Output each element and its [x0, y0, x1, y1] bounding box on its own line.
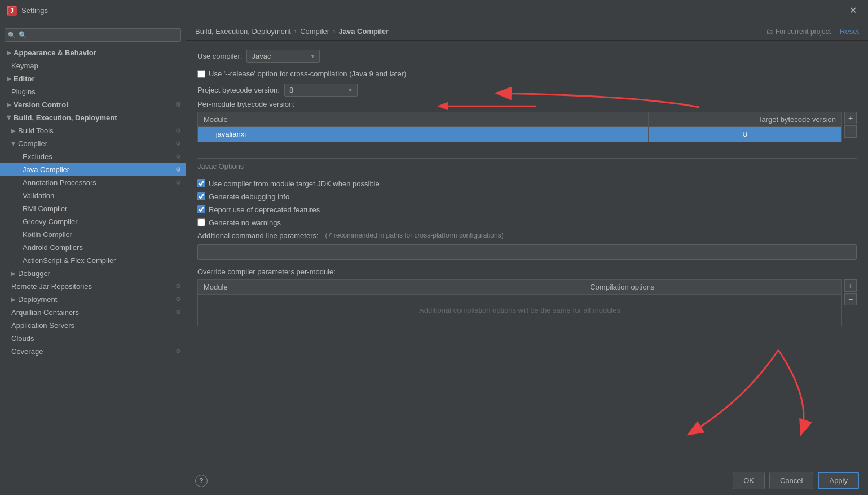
project-icon: 🗂: [766, 28, 773, 36]
sidebar-item-label: Groovy Compiler: [23, 217, 78, 226]
sidebar-item-kotlin[interactable]: Kotlin Compiler: [0, 228, 186, 241]
bytecode-version-select[interactable]: 8 1.51.61.7 91011121314: [284, 84, 358, 97]
sidebar-item-annotation[interactable]: Annotation Processors ⚙: [0, 176, 186, 189]
main-panel: Build, Execution, Deployment › Compiler …: [186, 21, 868, 495]
sidebar-item-label: Java Compiler: [23, 165, 69, 174]
breadcrumb-part-1: Build, Execution, Deployment: [195, 27, 291, 36]
sidebar-item-label: Build Tools: [18, 126, 54, 135]
search-box[interactable]: 🔍: [5, 28, 181, 42]
sidebar-item-android[interactable]: Android Compilers: [0, 241, 186, 254]
compiler-select[interactable]: Javac Eclipse Ajc: [246, 50, 320, 63]
window-title: Settings: [21, 6, 845, 15]
sidebar-item-label: RMI Compiler: [23, 204, 67, 213]
sidebar-item-label: Coverage: [11, 347, 43, 356]
sidebar-item-label: Excludes: [23, 152, 52, 161]
breadcrumb: Build, Execution, Deployment › Compiler …: [195, 27, 389, 36]
override-label: Override compiler parameters per-module:: [197, 268, 857, 276]
module-table: Module Target bytecode version javalianx…: [197, 112, 842, 142]
sidebar-item-actionscript[interactable]: ActionScript & Flex Compiler: [0, 254, 186, 267]
bytecode-version-label: Project bytecode version:: [197, 86, 280, 94]
add-override-button[interactable]: +: [844, 279, 857, 292]
sidebar-item-arquillian[interactable]: Arquillian Containers ⚙: [0, 306, 186, 319]
table-row[interactable]: javalianxi 8: [198, 127, 842, 142]
sidebar-item-label: Build, Execution, Deployment: [14, 113, 117, 122]
sidebar-item-build-exec[interactable]: ▶ Build, Execution, Deployment: [0, 111, 186, 124]
help-button[interactable]: ?: [195, 475, 208, 487]
chevron-down-icon: ▶: [11, 142, 17, 146]
generate-debug-label[interactable]: Generate debugging info: [209, 192, 289, 201]
sidebar-item-clouds[interactable]: Clouds: [0, 332, 186, 345]
apply-button[interactable]: Apply: [818, 472, 859, 489]
report-deprecated-label[interactable]: Report use of deprecated features: [209, 205, 320, 214]
sidebar-item-java-compiler[interactable]: Java Compiler ⚙: [0, 163, 186, 176]
report-deprecated-checkbox[interactable]: [197, 205, 205, 213]
chevron-right-icon: ▶: [7, 76, 11, 82]
sidebar-item-keymap[interactable]: Keymap: [0, 59, 186, 72]
breadcrumb-bar: Build, Execution, Deployment › Compiler …: [186, 21, 868, 41]
sidebar-item-label: Appearance & Behavior: [14, 49, 96, 57]
sidebar-item-label: Editor: [14, 75, 35, 83]
use-compiler-module-checkbox[interactable]: [197, 179, 205, 187]
sidebar-item-label: Compiler: [18, 139, 47, 148]
sidebar-item-rmi[interactable]: RMI Compiler: [0, 202, 186, 215]
ok-button[interactable]: OK: [733, 472, 765, 489]
cross-compile-checkbox[interactable]: [197, 70, 205, 78]
sidebar-item-editor[interactable]: ▶ Editor: [0, 72, 186, 85]
generate-debug-checkbox[interactable]: [197, 192, 205, 200]
generate-no-warnings-label[interactable]: Generate no warnings: [209, 218, 281, 227]
compiler-select-wrap[interactable]: Javac Eclipse Ajc ▼: [246, 50, 320, 63]
sidebar-item-build-tools[interactable]: ▶ Build Tools ⚙: [0, 124, 186, 137]
remove-row-button[interactable]: −: [844, 125, 857, 138]
chevron-right-icon: ▶: [7, 50, 11, 56]
bottom-bar: ? OK Cancel Apply: [186, 466, 868, 495]
sidebar-item-label: ActionScript & Flex Compiler: [23, 256, 116, 265]
sidebar-item-label: Validation: [23, 191, 54, 200]
module-table-wrap: Module Target bytecode version javalianx…: [197, 112, 857, 149]
sidebar-item-debugger[interactable]: ▶ Debugger: [0, 267, 186, 280]
override-options-header: Compilation options: [584, 279, 842, 294]
module-icon: [204, 131, 212, 139]
bytecode-version-select-wrap[interactable]: 8 1.51.61.7 91011121314 ▼: [284, 84, 358, 97]
cross-compile-label[interactable]: Use '--release' option for cross-compila…: [209, 69, 406, 78]
sidebar-item-label: Android Compilers: [23, 243, 83, 252]
sidebar-item-excludes[interactable]: Excludes ⚙: [0, 150, 186, 163]
remove-override-button[interactable]: −: [844, 293, 857, 305]
sidebar-item-coverage[interactable]: Coverage ⚙: [0, 345, 186, 358]
svg-text:J: J: [10, 8, 14, 14]
breadcrumb-current: Java Compiler: [339, 27, 389, 36]
generate-no-warnings-checkbox[interactable]: [197, 218, 205, 226]
sidebar-item-label: Clouds: [11, 334, 34, 343]
sidebar-item-version-control[interactable]: ▶ Version Control ⚙: [0, 98, 186, 111]
close-button[interactable]: ✕: [845, 3, 861, 18]
sidebar-item-app-servers[interactable]: Application Servers: [0, 319, 186, 332]
breadcrumb-sep-1: ›: [294, 27, 297, 36]
add-row-button[interactable]: +: [844, 112, 857, 124]
module-col-header: Module: [198, 112, 649, 127]
sidebar-item-deployment[interactable]: ▶ Deployment ⚙: [0, 293, 186, 306]
javac-option-1: Use compiler from module target JDK when…: [197, 179, 857, 188]
cmd-params-label: Additional command line parameters:: [197, 231, 319, 240]
app-icon: J: [7, 6, 17, 16]
search-input[interactable]: [5, 28, 181, 42]
sidebar-item-remote-jar[interactable]: Remote Jar Repositories ⚙: [0, 280, 186, 293]
cmd-params-row: Additional command line parameters: ('/'…: [197, 231, 857, 240]
cmd-params-input[interactable]: [197, 244, 857, 260]
version-cell[interactable]: 8: [649, 127, 842, 142]
bytecode-version-row: Project bytecode version: 8 1.51.61.7 91…: [197, 84, 857, 97]
main-content: Use compiler: Javac Eclipse Ajc ▼ Use '-…: [186, 41, 868, 466]
sidebar-item-groovy[interactable]: Groovy Compiler: [0, 215, 186, 228]
breadcrumb-part-2: Compiler: [300, 27, 329, 36]
sidebar-item-compiler[interactable]: ▶ Compiler ⚙: [0, 137, 186, 150]
reset-button[interactable]: Reset: [840, 27, 859, 36]
sidebar-item-appearance[interactable]: ▶ Appearance & Behavior: [0, 46, 186, 59]
breadcrumb-right: 🗂 For current project Reset: [766, 27, 859, 36]
sidebar-item-validation[interactable]: Validation: [0, 189, 186, 202]
sidebar-item-plugins[interactable]: Plugins: [0, 85, 186, 98]
settings-icon: ⚙: [175, 127, 181, 134]
cancel-button[interactable]: Cancel: [769, 472, 813, 489]
settings-icon: ⚙: [175, 140, 181, 147]
use-compiler-module-label[interactable]: Use compiler from module target JDK when…: [209, 179, 380, 188]
breadcrumb-sep-2: ›: [333, 27, 335, 36]
sidebar-item-label: Debugger: [18, 269, 50, 278]
chevron-right-icon: ▶: [11, 270, 16, 277]
